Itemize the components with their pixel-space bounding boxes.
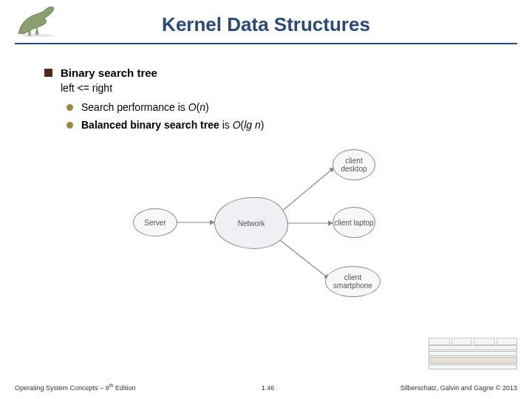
dinosaur-logo [15,4,59,37]
text-ital: lg n [244,119,261,131]
text-ital: O [188,101,197,113]
bullet-sub: left <= right [44,82,488,94]
slide-footer: Operating System Concepts – 9th Edition … [15,383,517,392]
bullet-main: Binary search tree [44,66,488,79]
text-bold: Balanced binary search tree [81,119,219,131]
node-network: Network [214,197,288,249]
text: is [219,119,233,131]
svg-point-0 [21,34,53,37]
node-server: Server [133,208,177,236]
slide-title: Kernel Data Structures [15,0,517,36]
svg-line-2 [281,168,334,212]
svg-line-4 [277,238,329,279]
text: Search performance is [81,101,188,113]
mini-architecture-icon [429,338,517,378]
main-bold-text: Binary search tree [61,66,157,79]
text: ) [261,119,265,131]
slide-content: Binary search tree left <= right Search … [0,44,532,312]
circle-bullet-icon [66,104,73,111]
text-ital: O [233,119,241,131]
bullet-item-2: Balanced binary search tree is O(lg n) [44,119,488,131]
footer-right: Silberschatz, Galvin and Gagne © 2013 [400,384,517,392]
footer-center: 1.46 [262,384,275,392]
node-client-laptop: client laptop [332,207,375,238]
circle-bullet-icon [66,122,73,129]
text: ) [205,101,209,113]
text-ital: n [200,101,205,113]
network-diagram: Server Network client desktop client lap… [126,142,406,312]
node-client-desktop: client desktop [332,149,375,180]
text: Edition [113,384,135,392]
square-bullet-icon [44,69,52,77]
node-client-smartphone: client smartphone [325,266,381,297]
slide-header: Kernel Data Structures [15,0,517,44]
text: Operating System Concepts – 9 [15,384,109,392]
footer-left: Operating System Concepts – 9th Edition [15,383,135,392]
bullet-item-1: Search performance is O(n) [44,101,488,113]
